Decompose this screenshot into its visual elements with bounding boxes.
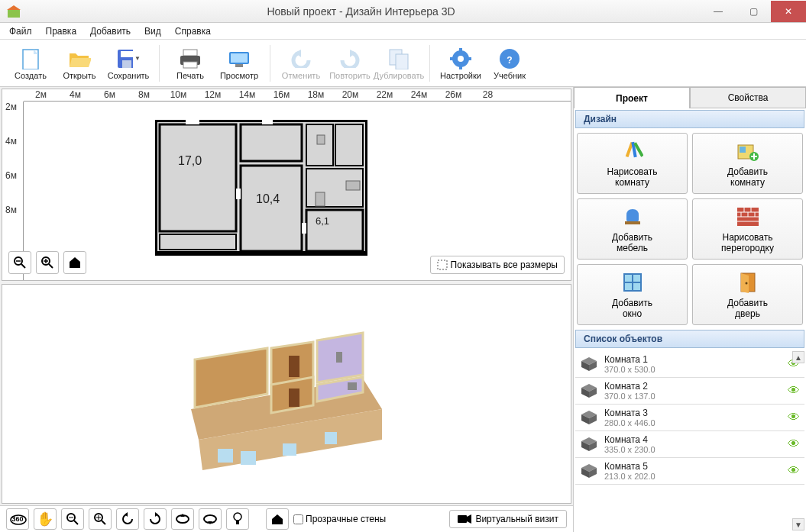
light-button[interactable] bbox=[226, 508, 249, 530]
open-button[interactable]: Открыть bbox=[57, 42, 102, 85]
draw-room-button[interactable]: Нарисоватькомнату bbox=[577, 133, 688, 194]
svg-rect-52 bbox=[218, 449, 233, 463]
svg-point-18 bbox=[458, 56, 464, 62]
save-button[interactable]: ▼ Сохранить bbox=[105, 42, 151, 85]
virtual-visit-button[interactable]: Виртуальный визит bbox=[449, 510, 567, 528]
show-dimensions-button[interactable]: Показывать все размеры bbox=[430, 256, 565, 274]
menu-view[interactable]: Вид bbox=[144, 26, 161, 37]
svg-rect-12 bbox=[235, 64, 243, 67]
visibility-eye-icon[interactable]: 👁 bbox=[788, 464, 800, 478]
svg-line-67 bbox=[74, 521, 78, 524]
menu-edit[interactable]: Правка bbox=[46, 26, 77, 37]
list-item[interactable]: Комната 2370.0 x 137.0👁 bbox=[575, 378, 804, 405]
pencil-icon bbox=[620, 139, 645, 163]
pan-button[interactable]: ✋ bbox=[34, 508, 57, 530]
home-3d-button[interactable] bbox=[266, 508, 289, 530]
preview-button[interactable]: Просмотр bbox=[216, 42, 262, 85]
svg-rect-27 bbox=[241, 166, 302, 251]
print-button[interactable]: Печать bbox=[167, 42, 213, 85]
room-plus-icon bbox=[736, 139, 760, 163]
svg-rect-55 bbox=[325, 432, 337, 444]
close-button[interactable]: ✕ bbox=[771, 1, 806, 22]
svg-marker-48 bbox=[70, 257, 80, 268]
svg-rect-0 bbox=[8, 10, 20, 18]
redo-button[interactable]: Повторить bbox=[327, 42, 373, 85]
object-name: Комната 2 bbox=[604, 381, 782, 392]
add-door-button[interactable]: Добавитьдверь bbox=[692, 264, 803, 325]
home-button[interactable] bbox=[63, 251, 86, 274]
svg-rect-34 bbox=[186, 120, 199, 124]
zoom-out-button[interactable] bbox=[8, 251, 31, 274]
tilt-down-button[interactable] bbox=[199, 508, 222, 530]
chevron-down-icon: ▼ bbox=[134, 55, 141, 62]
object-list[interactable]: ▲ ▼ Комната 1370.0 x 530.0👁Комната 2370.… bbox=[574, 350, 806, 532]
menu-add[interactable]: Добавить bbox=[90, 26, 131, 37]
svg-rect-39 bbox=[346, 181, 360, 190]
transparent-walls-checkbox[interactable]: Прозрачные стены bbox=[293, 514, 386, 524]
draw-partition-button[interactable]: Нарисоватьперегородку bbox=[692, 198, 803, 260]
svg-rect-21 bbox=[450, 57, 455, 60]
visibility-eye-icon[interactable]: 👁 bbox=[788, 437, 800, 451]
svg-rect-54 bbox=[283, 443, 296, 456]
window-title: Новый проект - Дизайн Интерьера 3D bbox=[21, 5, 701, 18]
object-name: Комната 5 bbox=[604, 461, 782, 472]
undo-button[interactable]: Отменить bbox=[278, 42, 324, 85]
tab-project[interactable]: Проект bbox=[574, 87, 690, 108]
list-item[interactable]: Комната 4335.0 x 230.0👁 bbox=[575, 431, 804, 458]
object-size: 213.0 x 202.0 bbox=[604, 472, 782, 481]
svg-line-42 bbox=[21, 264, 25, 268]
svg-marker-81 bbox=[272, 514, 283, 524]
menu-help[interactable]: Справка bbox=[175, 26, 211, 37]
svg-rect-33 bbox=[160, 234, 236, 250]
svg-rect-9 bbox=[183, 62, 197, 68]
dimensions-icon bbox=[437, 260, 448, 270]
svg-rect-19 bbox=[459, 48, 462, 53]
zoom-in-button[interactable] bbox=[36, 251, 59, 274]
visibility-eye-icon[interactable]: 👁 bbox=[788, 411, 800, 424]
zoom-out-3d-button[interactable] bbox=[61, 508, 84, 530]
object-size: 335.0 x 230.0 bbox=[604, 445, 782, 454]
view3d-toolbar: 360 ✋ Прозрачные стены Виртуальный визит bbox=[0, 505, 573, 532]
floorplan-2d-view[interactable]: 2м4м6м8м10м12м14м16м18м20м22м24м26м28 2м… bbox=[2, 89, 571, 281]
svg-rect-53 bbox=[241, 451, 256, 465]
add-furniture-button[interactable]: Добавитьмебель bbox=[577, 198, 688, 260]
duplicate-button[interactable]: Дублировать bbox=[376, 42, 422, 85]
room-area-label: 10,4 bbox=[256, 192, 280, 206]
scroll-up-button[interactable]: ▲ bbox=[792, 351, 804, 363]
menu-file[interactable]: Файл bbox=[9, 26, 32, 37]
tab-properties[interactable]: Свойства bbox=[690, 87, 806, 108]
svg-rect-88 bbox=[740, 147, 746, 153]
rotate-left-button[interactable] bbox=[116, 508, 139, 530]
list-item[interactable]: Комната 3280.0 x 446.0👁 bbox=[575, 405, 804, 431]
svg-rect-22 bbox=[467, 57, 471, 60]
list-item[interactable]: Комната 5213.0 x 202.0👁 bbox=[575, 458, 804, 485]
tutorial-button[interactable]: ? Учебник bbox=[487, 42, 532, 85]
maximize-button[interactable]: ▢ bbox=[736, 1, 771, 22]
add-room-button[interactable]: Добавитькомнату bbox=[692, 133, 803, 194]
create-button[interactable]: Создать bbox=[8, 42, 53, 85]
chair-icon bbox=[620, 205, 645, 229]
svg-rect-26 bbox=[160, 124, 236, 231]
svg-line-70 bbox=[102, 521, 105, 524]
360-button[interactable]: 360 bbox=[6, 508, 29, 530]
svg-line-45 bbox=[49, 264, 53, 268]
list-item[interactable]: Комната 1370.0 x 530.0👁 bbox=[575, 351, 804, 378]
rotate-right-button[interactable] bbox=[144, 508, 167, 530]
add-window-button[interactable]: Добавитьокно bbox=[577, 264, 688, 325]
svg-rect-62 bbox=[289, 389, 299, 407]
scroll-down-button[interactable]: ▼ bbox=[792, 518, 804, 530]
camera-icon bbox=[458, 514, 471, 524]
minimize-button[interactable]: — bbox=[701, 1, 736, 22]
settings-button[interactable]: Настройки bbox=[438, 42, 484, 85]
tilt-up-button[interactable] bbox=[171, 508, 194, 530]
svg-rect-63 bbox=[336, 352, 342, 363]
design-tools: Нарисоватькомнату Добавитькомнату Добави… bbox=[574, 130, 806, 328]
svg-point-107 bbox=[745, 282, 747, 284]
titlebar: Новый проект - Дизайн Интерьера 3D — ▢ ✕ bbox=[0, 0, 806, 23]
visibility-eye-icon[interactable]: 👁 bbox=[788, 384, 800, 398]
gear-icon bbox=[448, 47, 473, 71]
view-3d[interactable] bbox=[2, 284, 571, 504]
zoom-in-3d-button[interactable] bbox=[89, 508, 112, 530]
separator bbox=[270, 45, 270, 82]
right-panel: Проект Свойства Дизайн Нарисоватькомнату… bbox=[574, 87, 806, 532]
